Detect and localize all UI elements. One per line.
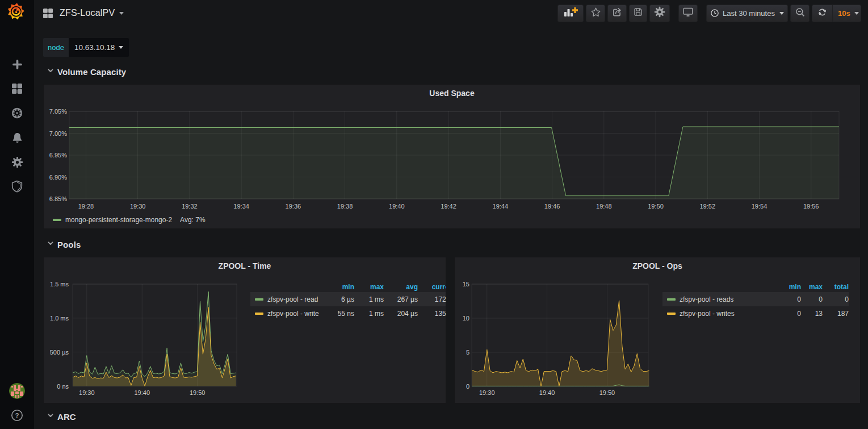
panel-zpool-ops: ZPOOL - Ops 05101519:3019:4019:50 min ma… [454, 257, 861, 403]
legend-col-min[interactable]: min [767, 283, 801, 291]
time-picker-label: Last 30 minutes [723, 9, 775, 18]
used-space-chart[interactable]: 6.85%6.90%6.95%7.00%7.05%19:2819:3019:32… [44, 85, 860, 229]
dashboard-variables: node 10.63.10.18 [43, 38, 129, 57]
svg-text:7.05%: 7.05% [49, 108, 67, 115]
legend-value-current: 135 µs [418, 310, 446, 318]
grafana-logo[interactable] [7, 3, 24, 20]
legend-value-avg: 204 µs [384, 310, 418, 318]
row-title: Pools [57, 240, 81, 249]
dashboard-title[interactable]: ZFS-LocalPV [60, 8, 115, 18]
svg-text:19:50: 19:50 [190, 389, 206, 396]
sidebar-item-dashboards[interactable] [0, 80, 34, 97]
legend-row-read: zfspv-pool - read 6 µs 1 ms 267 µs 172 µ… [250, 292, 446, 306]
clock-icon [710, 9, 719, 18]
zoom-out-button[interactable] [790, 5, 810, 22]
cycle-view-mode-button[interactable] [678, 5, 698, 22]
series-name[interactable]: mongo-persistent-storage-mongo-2 [65, 216, 172, 224]
row-arc[interactable]: ARC [47, 409, 76, 424]
svg-text:19:40: 19:40 [389, 203, 405, 210]
zpool-time-chart[interactable]: 0 ns500 µs1.0 ms1.5 ms19:3019:4019:50 [44, 257, 446, 403]
series-dash-icon[interactable] [667, 298, 676, 301]
zpool-time-legend: min max avg current zfspv-pool - read 6 … [250, 282, 446, 320]
svg-text:1.5 ms: 1.5 ms [50, 281, 69, 288]
sidebar-item-create[interactable] [0, 56, 34, 73]
svg-text:19:52: 19:52 [699, 203, 715, 210]
dashboard-settings-button[interactable] [649, 5, 670, 22]
add-panel-button[interactable] [557, 5, 584, 22]
series-name[interactable]: zfspv-pool - reads [680, 295, 733, 303]
refresh-button[interactable] [812, 5, 832, 22]
legend-col-total[interactable]: total [823, 283, 849, 291]
svg-text:19:30: 19:30 [130, 203, 146, 210]
legend-value-max: 13 [801, 310, 823, 318]
refresh-picker: 10s [812, 5, 861, 22]
variable-caret-icon [119, 46, 123, 49]
share-button[interactable] [607, 5, 627, 22]
refresh-interval-caret-icon [854, 12, 859, 15]
svg-text:?: ? [15, 412, 19, 419]
user-avatar[interactable] [9, 383, 25, 399]
legend-col-current[interactable]: current [418, 283, 446, 291]
svg-text:19:28: 19:28 [78, 203, 94, 210]
chevron-down-icon [47, 239, 54, 249]
series-name[interactable]: zfspv-pool - write [267, 310, 319, 318]
time-picker-button[interactable]: Last 30 minutes [706, 5, 788, 22]
svg-text:19:40: 19:40 [539, 389, 555, 396]
refresh-interval-label: 10s [838, 9, 850, 18]
svg-text:7.00%: 7.00% [49, 130, 67, 137]
series-dash-icon[interactable] [255, 313, 263, 315]
sidebar-item-alerting[interactable] [0, 129, 34, 146]
legend-col-max[interactable]: max [354, 283, 384, 291]
legend-col-avg[interactable]: avg [384, 283, 418, 291]
svg-text:19:50: 19:50 [599, 389, 615, 396]
svg-text:6.85%: 6.85% [49, 195, 67, 202]
sidebar-item-help[interactable]: ? [0, 407, 34, 424]
variable-value-dropdown[interactable]: 10.63.10.18 [69, 38, 129, 57]
zpool-ops-chart[interactable]: 05101519:3019:4019:50 [455, 257, 860, 403]
save-button[interactable] [629, 5, 647, 22]
star-button[interactable] [586, 5, 605, 22]
legend-col-min[interactable]: min [323, 283, 354, 291]
star-icon [590, 7, 601, 20]
series-dash-icon[interactable] [667, 313, 676, 315]
gear-icon [11, 156, 23, 168]
gear-icon [654, 6, 665, 20]
svg-text:19:36: 19:36 [286, 203, 301, 210]
refresh-interval-button[interactable]: 10s [832, 5, 861, 22]
chevron-down-icon [47, 411, 54, 422]
legend-row-reads: zfspv-pool - reads 0 0 0 [662, 292, 849, 306]
used-space-legend: mongo-persistent-storage-mongo-2 Avg: 7% [53, 216, 206, 224]
svg-text:6.90%: 6.90% [49, 174, 67, 181]
used_space-plot: 6.85%6.90%6.95%7.00%7.05%19:2819:3019:32… [44, 85, 860, 228]
series-dash-icon[interactable] [255, 298, 263, 301]
chevron-down-icon [47, 66, 54, 77]
series-dash-icon[interactable] [53, 219, 61, 221]
help-icon: ? [11, 409, 23, 422]
legend-row-writes: zfspv-pool - writes 0 13 187 [662, 306, 849, 320]
svg-text:0 ns: 0 ns [57, 383, 69, 390]
dashboard-grid-icon[interactable] [43, 8, 53, 19]
time-picker-caret-icon [779, 12, 784, 15]
navbar: ZFS-LocalPV [34, 0, 868, 26]
legend-col-max[interactable]: max [801, 283, 823, 291]
sidebar-item-server-admin[interactable] [0, 178, 34, 195]
dashboard-title-caret-icon[interactable] [119, 12, 124, 15]
series-name[interactable]: zfspv-pool - writes [680, 310, 735, 318]
sidebar-item-configuration[interactable] [0, 153, 34, 170]
svg-text:6.95%: 6.95% [49, 152, 67, 159]
legend-value-min: 6 µs [323, 295, 354, 303]
add-panel-icon [563, 6, 578, 20]
row-volume-capacity[interactable]: Volume Capacity [47, 64, 126, 80]
svg-text:5: 5 [466, 349, 469, 356]
series-avg-stat: Avg: 7% [180, 216, 205, 224]
series-name[interactable]: zfspv-pool - read [267, 295, 318, 303]
row-pools[interactable]: Pools [47, 236, 81, 252]
sidebar-item-explore[interactable] [0, 105, 34, 122]
svg-text:19:44: 19:44 [493, 203, 509, 210]
svg-text:19:48: 19:48 [596, 203, 612, 210]
legend-header-row: min max total [662, 282, 849, 292]
svg-text:19:42: 19:42 [441, 203, 456, 210]
shield-icon [11, 180, 23, 193]
svg-text:10: 10 [463, 315, 469, 322]
svg-text:19:50: 19:50 [648, 203, 664, 210]
